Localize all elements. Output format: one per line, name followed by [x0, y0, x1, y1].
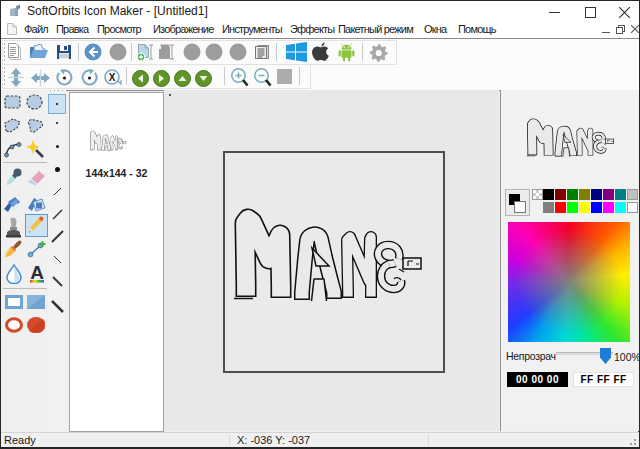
svg-text:X: X — [109, 72, 116, 83]
